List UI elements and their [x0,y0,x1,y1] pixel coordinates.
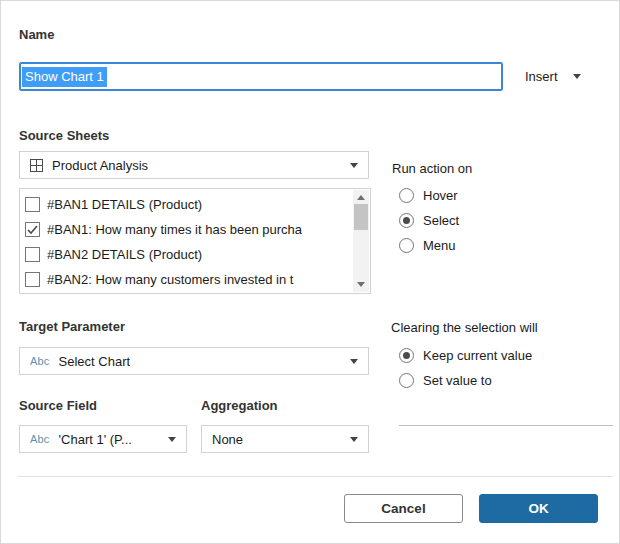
string-type-icon: Abc [30,355,50,367]
cancel-button[interactable]: Cancel [344,494,463,523]
aggregation-label: Aggregation [201,398,278,413]
chevron-down-icon [573,74,581,79]
checkbox[interactable] [25,197,40,212]
radio-button[interactable] [399,213,414,228]
source-sheets-listbox: #BAN1 DETAILS (Product) #BAN1: How many … [19,188,371,294]
radio-option-menu[interactable]: Menu [399,237,456,253]
list-item-label: #BAN1 DETAILS (Product) [47,197,202,212]
source-sheet-dropdown[interactable]: Product Analysis [19,151,369,179]
source-sheet-dropdown-value: Product Analysis [52,158,148,173]
target-parameter-label: Target Parameter [19,319,125,334]
list-item-label: #BAN1: How many times it has been purcha [47,222,302,237]
clearing-selection-label: Clearing the selection will [391,320,538,335]
list-item[interactable]: #BAN2: How many customers invested in t [20,267,353,292]
chevron-down-icon [350,359,358,364]
name-input-selected-text: Show Chart 1 [22,67,107,87]
chevron-down-icon [168,437,176,442]
insert-label: Insert [525,69,558,84]
radio-option-set-value-to[interactable]: Set value to [399,372,492,388]
chevron-down-icon [350,163,358,168]
radio-button[interactable] [399,348,414,363]
vertical-scrollbar[interactable] [353,190,369,292]
run-action-on-label: Run action on [392,161,472,176]
chevron-down-icon [350,437,358,442]
source-field-dropdown[interactable]: Abc 'Chart 1' (P... [19,425,187,453]
radio-button[interactable] [399,373,414,388]
target-parameter-dropdown[interactable]: Abc Select Chart [19,347,369,375]
list-item[interactable]: #BAN1: How many times it has been purcha [20,217,353,242]
worksheet-grid-icon [30,159,43,172]
name-input[interactable]: Show Chart 1 [19,62,503,91]
list-item-label: #BAN2 DETAILS (Product) [47,247,202,262]
scroll-down-icon[interactable] [357,282,365,287]
target-parameter-value: Select Chart [59,354,131,369]
radio-label: Keep current value [423,348,532,363]
string-type-icon: Abc [30,433,50,445]
name-label: Name [19,27,54,42]
set-value-field-underline [399,425,613,426]
check-icon [27,225,38,235]
radio-label: Select [423,213,459,228]
radio-option-keep-current-value[interactable]: Keep current value [399,347,532,363]
source-sheets-label: Source Sheets [19,128,109,143]
source-field-label: Source Field [19,398,97,413]
aggregation-dropdown[interactable]: None [201,425,369,453]
radio-label: Menu [423,238,456,253]
checkbox[interactable] [25,222,40,237]
scrollbar-thumb[interactable] [354,204,368,230]
radio-option-hover[interactable]: Hover [399,187,458,203]
list-item[interactable]: #BAN1 DETAILS (Product) [20,192,353,217]
radio-label: Set value to [423,373,492,388]
source-field-value: 'Chart 1' (P... [59,432,132,447]
scroll-up-icon[interactable] [357,195,365,200]
edit-parameter-action-dialog: Name Show Chart 1 Insert Source Sheets P… [0,0,620,544]
radio-option-select[interactable]: Select [399,212,459,228]
radio-button[interactable] [399,238,414,253]
checkbox[interactable] [25,272,40,287]
aggregation-value: None [212,432,243,447]
radio-label: Hover [423,188,458,203]
list-item-label: #BAN2: How many customers invested in t [47,272,293,287]
ok-button[interactable]: OK [479,494,598,523]
radio-button[interactable] [399,188,414,203]
insert-dropdown-button[interactable]: Insert [525,63,581,90]
checkbox[interactable] [25,247,40,262]
footer-divider [18,476,613,477]
list-item[interactable]: #BAN2 DETAILS (Product) [20,242,353,267]
